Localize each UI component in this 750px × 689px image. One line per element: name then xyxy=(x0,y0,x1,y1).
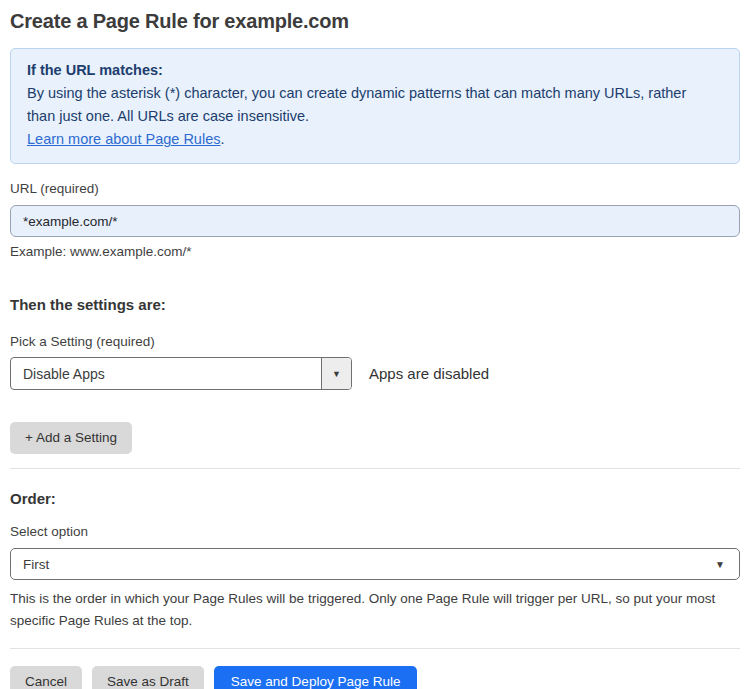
order-select-label: Select option xyxy=(10,524,740,539)
info-box-body: By using the asterisk (*) character, you… xyxy=(27,82,717,128)
section-divider xyxy=(10,468,740,469)
settings-section-heading: Then the settings are: xyxy=(10,296,740,313)
url-field-label: URL (required) xyxy=(10,181,740,196)
order-section-heading: Order: xyxy=(10,490,740,507)
add-setting-button[interactable]: + Add a Setting xyxy=(10,422,132,454)
order-select-value: First xyxy=(23,557,49,572)
learn-more-link[interactable]: Learn more about Page Rules xyxy=(27,131,220,147)
info-box-link-line: Learn more about Page Rules. xyxy=(27,128,723,151)
caret-down-icon[interactable]: ▼ xyxy=(321,358,351,389)
order-select[interactable]: First ▼ xyxy=(10,548,740,580)
caret-down-icon: ▼ xyxy=(715,559,725,570)
info-box-heading: If the URL matches: xyxy=(27,59,723,82)
save-draft-button[interactable]: Save as Draft xyxy=(92,666,204,689)
order-help-text: This is the order in which your Page Rul… xyxy=(10,588,734,632)
setting-row: Disable Apps ▼ Apps are disabled xyxy=(10,357,740,390)
footer-divider xyxy=(10,648,740,649)
setting-select-value: Disable Apps xyxy=(11,358,321,389)
setting-select[interactable]: Disable Apps ▼ xyxy=(10,357,352,390)
action-button-row: Cancel Save as Draft Save and Deploy Pag… xyxy=(10,666,740,689)
url-input[interactable] xyxy=(10,205,740,237)
link-suffix: . xyxy=(220,131,224,147)
page-title: Create a Page Rule for example.com xyxy=(10,10,740,33)
url-match-info-box: If the URL matches: By using the asteris… xyxy=(10,48,740,164)
url-example-helper: Example: www.example.com/* xyxy=(10,244,740,259)
create-page-rule-panel: Create a Page Rule for example.com If th… xyxy=(0,0,750,689)
pick-setting-label: Pick a Setting (required) xyxy=(10,334,740,349)
cancel-button[interactable]: Cancel xyxy=(10,666,82,689)
setting-status-text: Apps are disabled xyxy=(369,365,489,382)
save-deploy-button[interactable]: Save and Deploy Page Rule xyxy=(214,666,418,689)
